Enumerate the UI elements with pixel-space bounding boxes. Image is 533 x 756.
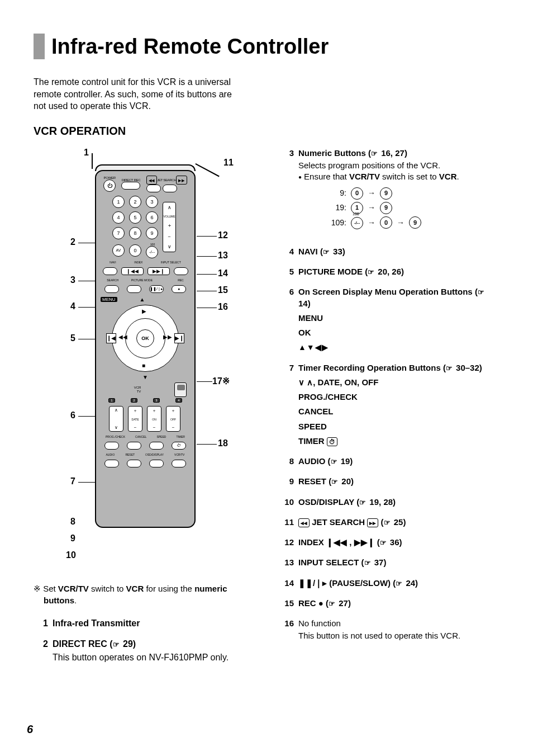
item-note: This button is not used to operate this …	[298, 630, 499, 641]
item-number: 13	[279, 557, 294, 568]
search-label: SEARCH	[107, 278, 118, 282]
direct-rec-label: DIRECT REC	[121, 178, 140, 182]
reference-icon	[323, 247, 331, 256]
vcr-tv-switch	[174, 382, 187, 397]
key-button: -/--	[351, 217, 363, 229]
next-side: ▶❙	[174, 333, 184, 343]
num-3: 3	[146, 196, 158, 208]
reference-icon	[446, 363, 454, 372]
title-accent-bar	[34, 34, 45, 59]
nav-ring: ▶ ◀◀ ▶▶ ■ OK ❙◀ ▶❙	[112, 305, 179, 372]
vcrtv-btn	[172, 460, 186, 467]
page-number: 6	[27, 723, 33, 736]
reference-icon	[396, 578, 403, 588]
rec-label: REC	[178, 278, 184, 282]
item-number: 10	[279, 497, 294, 508]
item-title: On Screen Display Menu Operation Buttons…	[298, 287, 486, 308]
item-number: 5	[279, 266, 294, 277]
reference-icon	[113, 639, 121, 649]
reference-icon	[359, 497, 367, 507]
item-title: INPUT SELECT ( 37)	[298, 557, 386, 567]
callout-13: 13	[218, 251, 228, 261]
callout-16: 16	[218, 302, 228, 312]
reference-icon	[478, 287, 486, 296]
picture-mode-btn	[127, 285, 141, 293]
item-row: 10OSD/DISPLAY ( 19, 28)	[279, 497, 499, 508]
navi-label: NAVI	[110, 261, 116, 264]
item-row: 8AUDIO ( 19)	[279, 456, 499, 467]
item-title: Timer Recording Operation Buttons ( 30–3…	[298, 363, 482, 372]
item-note: This button operates on NV-FJ610PMP only…	[53, 651, 257, 664]
reference-icon	[384, 517, 392, 527]
item-title: AUDIO ( 19)	[298, 456, 353, 466]
callout-17: 17※	[212, 376, 230, 386]
jet-search-right-icon: ▸▸	[367, 518, 378, 527]
input-select-btn	[174, 267, 188, 275]
jet-search-r	[163, 185, 177, 192]
title-row: Infra-red Remote Controller	[34, 34, 499, 59]
prev-side: ❙◀	[106, 333, 116, 343]
key-button: 9	[380, 187, 392, 200]
jet-search-l	[146, 185, 161, 192]
index-prev: ❙◀◀	[121, 267, 144, 275]
callout-15: 15	[218, 285, 228, 295]
timer-updown: ∧∨	[109, 406, 123, 432]
item-row: 2 DIRECT REC ( 29) This button operates …	[34, 638, 257, 663]
index-label: INDEX	[134, 261, 142, 264]
timer-btn: ⏱	[172, 442, 186, 450]
item-sublabel: ▲▼◀▶	[298, 342, 499, 353]
reference-icon	[331, 456, 339, 466]
timer-date: ＋DATE−	[128, 406, 142, 432]
page-title: Infra-red Remote Controller	[51, 35, 329, 59]
pause-slow-btn: ❚❚/❘▸	[149, 285, 164, 293]
item-number: 6	[279, 286, 294, 353]
item-row: 14❚❚/❘▸ (PAUSE/SLOW) ( 24)	[279, 578, 499, 589]
item-row: 13INPUT SELECT ( 37)	[279, 557, 499, 568]
item-bullet: Ensure that VCR/TV switch is set to VCR.	[298, 171, 499, 182]
direct-rec-button	[121, 182, 140, 190]
num-6: 6	[146, 211, 158, 224]
num-1: 1	[112, 196, 125, 208]
item-title: REC ● ( 27)	[298, 598, 351, 608]
menu-label: MENU	[101, 297, 117, 302]
search-btn	[104, 285, 119, 293]
index-next: ▶▶❙	[147, 267, 170, 275]
reference-icon	[364, 557, 372, 567]
item-number: 7	[279, 362, 294, 447]
item-title: INDEX ❙◀◀ , ▶▶❙ ( 36)	[298, 537, 402, 547]
num-9: 9	[146, 227, 158, 239]
item-sublabel: OK	[298, 327, 499, 338]
item-row: 9RESET ( 20)	[279, 476, 499, 487]
item-number: 8	[279, 456, 294, 467]
item-title: No function	[298, 618, 341, 628]
key-button: 0	[380, 216, 392, 229]
item-title: RESET ( 20)	[298, 476, 354, 486]
navi-btn	[103, 267, 117, 275]
intro-paragraph: The remote control unit for this VCR is …	[34, 76, 246, 112]
diagram-footnote: ※ Set VCR/TV switch to VCR for using the…	[34, 583, 257, 606]
item-row: 5PICTURE MODE ( 20, 26)	[279, 266, 499, 277]
item-title: OSD/DISPLAY ( 19, 28)	[298, 497, 396, 507]
item-row: 6On Screen Display Menu Operation Button…	[279, 286, 499, 353]
callout-4: 4	[70, 301, 75, 311]
rec-btn: ●	[172, 285, 186, 293]
num-0: 0	[129, 244, 141, 257]
speed-label: SPEED	[156, 435, 166, 438]
reference-icon	[371, 148, 379, 158]
progcheck-btn	[104, 442, 119, 450]
key-sequence: 9:0→919:1→9109:100-/--→0→9	[330, 187, 499, 229]
speed-btn	[149, 442, 164, 450]
num-8: 8	[129, 227, 141, 239]
item-sublabel: PROG./CHECK	[298, 391, 499, 403]
reset-label: RESET	[125, 453, 135, 456]
picture-mode-label: PICTURE MODE	[131, 278, 153, 282]
callout-2: 2	[70, 237, 75, 247]
cancel-label: CANCEL	[135, 435, 146, 438]
callout-18: 18	[218, 438, 228, 448]
clock-icon: ⏱	[327, 437, 337, 446]
remote-diagram: 1 2 3 4 5 6 7 8 9 10 11 12 13 14 15 16 1…	[34, 148, 257, 573]
item-note: Selects program positions of the VCR.	[298, 160, 499, 171]
ok-button: OK	[136, 329, 154, 347]
item-number: 12	[279, 537, 294, 548]
item-number: 9	[279, 476, 294, 487]
